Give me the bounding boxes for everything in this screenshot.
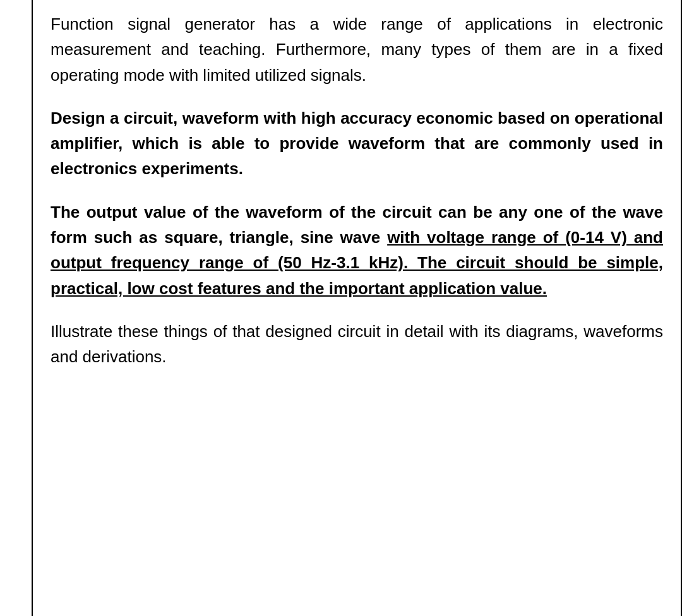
left-border [0,0,33,616]
paragraph-3: The output value of the waveform of the … [51,199,663,301]
page-container: Function signal generator has a wide ran… [0,0,682,616]
paragraph-4: Illustrate these things of that designed… [51,319,663,370]
paragraph-1: Function signal generator has a wide ran… [51,11,663,88]
paragraph-2: Design a circuit, waveform with high acc… [51,105,663,182]
para4-text: Illustrate these things of that designed… [51,322,663,366]
para1-text: Function signal generator has a wide ran… [51,15,663,85]
content-area: Function signal generator has a wide ran… [33,0,682,616]
para2-text: Design a circuit, waveform with high acc… [51,109,663,179]
